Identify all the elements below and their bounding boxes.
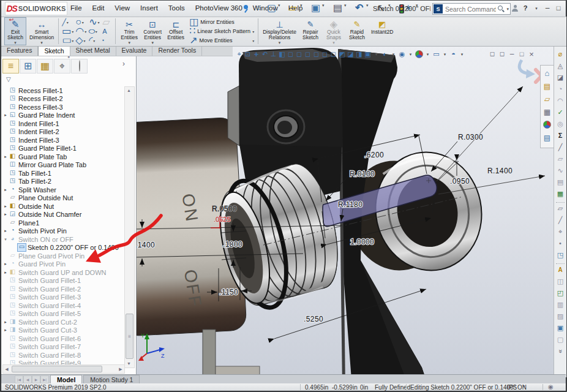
pan-button[interactable] (252, 49, 260, 59)
menu-item[interactable]: View (115, 4, 130, 12)
edit-component-button[interactable] (555, 249, 566, 261)
view-left-button[interactable] (304, 49, 312, 59)
move-entities-button[interactable]: Move Entities (189, 36, 254, 45)
search-caret[interactable] (506, 7, 509, 11)
search-provider-icon[interactable]: S (434, 4, 443, 13)
curvature-button[interactable] (555, 95, 566, 107)
dimension-r0100[interactable]: R.0100 (350, 170, 375, 178)
reference-plane-button[interactable] (555, 203, 566, 214)
tree-item[interactable]: Plane1 (2, 219, 122, 227)
design-library-tab[interactable] (541, 80, 553, 92)
sketch-fillet-tool[interactable] (89, 36, 102, 45)
displaymanager-tab[interactable] (71, 59, 88, 74)
tree-item[interactable]: Tab Fillet-1 (2, 169, 122, 178)
rapid-sketch-button[interactable]: Rapid Sketch (346, 17, 368, 45)
polygon-tool[interactable] (75, 36, 89, 45)
ribbon-tab[interactable]: Evaluate (116, 46, 153, 56)
pin-menu-icon[interactable] (242, 4, 250, 13)
menu-item[interactable]: Insert (140, 4, 158, 12)
compare-documents-button[interactable] (555, 311, 566, 322)
text-tool[interactable] (102, 27, 112, 36)
home-button[interactable] (256, 3, 266, 14)
bottom-tab[interactable]: Motion Study 1 (83, 375, 140, 384)
menu-item[interactable]: PhotoView 360 (195, 4, 242, 12)
print-caret[interactable] (344, 3, 355, 14)
exit-sketch-button[interactable]: Exit Sketch (4, 17, 26, 45)
zoom-to-area-button[interactable] (244, 49, 252, 59)
tree-item[interactable]: Outside Nut (2, 202, 122, 211)
expand-arrow-icon[interactable] (2, 262, 9, 266)
flyout-caret[interactable] (84, 29, 86, 34)
featuremanager-tab[interactable] (2, 59, 19, 74)
tree-item[interactable]: Switch Guard Fillet-2 (2, 285, 122, 293)
dimension-6200[interactable]: .6200 (364, 151, 384, 159)
status-globe-icon[interactable] (548, 384, 567, 390)
undo-button[interactable] (355, 3, 366, 14)
expand-arrow-icon[interactable] (2, 154, 9, 159)
tree-vertical-scrollbar[interactable]: ▲ ≡ ▼ (124, 86, 135, 368)
check-entity-button[interactable] (555, 107, 566, 118)
rectangle-tool[interactable] (62, 27, 75, 36)
dimension-0950[interactable]: .0950 (450, 177, 470, 186)
flyout-caret[interactable] (252, 29, 254, 34)
custom-properties-tab[interactable] (541, 131, 553, 144)
coordinate-system-button[interactable] (555, 226, 566, 238)
tree-item[interactable]: Switch Guard Fillet-5 (2, 310, 122, 318)
offset-entities-button[interactable]: Offset Entities (165, 17, 187, 45)
open-button[interactable] (289, 3, 299, 14)
dimension-r0500[interactable]: R.0500 (212, 205, 237, 213)
view-dimetric-button[interactable] (355, 49, 363, 59)
instant2d-button[interactable]: Instant2D (369, 17, 395, 45)
copy-settings-button[interactable] (555, 176, 566, 188)
minimize-button[interactable] (543, 3, 552, 13)
tree-item[interactable]: Guard Pivot Pin (2, 260, 122, 269)
tree-item[interactable]: Guard Plate Fillet-1 (2, 145, 122, 153)
add-drawing-view-button[interactable] (555, 299, 566, 311)
file-explorer-tab[interactable] (541, 92, 553, 105)
mass-properties-button[interactable] (555, 60, 566, 72)
flyout-caret[interactable] (82, 20, 84, 24)
view-front-button[interactable] (287, 49, 295, 59)
ribbon-tab[interactable]: Render Tools (152, 46, 202, 56)
scroll-right-arrow[interactable]: ▶ (117, 367, 124, 372)
minimize-document-button[interactable] (508, 50, 516, 58)
flyout-caret[interactable] (67, 20, 69, 24)
dimension-5250[interactable]: .5250 (304, 315, 323, 323)
expand-arrow-icon[interactable] (2, 187, 9, 192)
performance-evaluation-button[interactable] (555, 83, 566, 95)
units-caret-icon[interactable]: ▾ (523, 384, 525, 389)
appearances-scenes-tab[interactable] (541, 118, 553, 131)
flyout-caret[interactable] (40, 40, 43, 45)
tree-item[interactable]: Recess Fillet-1 (2, 86, 122, 95)
expand-arrow-icon[interactable] (2, 228, 9, 233)
ribbon-tab[interactable]: Features (1, 46, 38, 56)
tree-item[interactable]: Tab Fillet-2 (2, 178, 122, 186)
tree-item[interactable]: Plane Outside Nut (2, 194, 122, 203)
mirror-entities-button[interactable]: Mirror Entities (189, 18, 254, 27)
flyout-caret[interactable] (72, 39, 73, 43)
display-style-caret[interactable] (389, 49, 397, 59)
dimension-1800[interactable]: .1800 (223, 240, 242, 249)
view-palette-tab[interactable] (541, 105, 553, 118)
maximize-button[interactable] (554, 3, 563, 13)
scroll-up-arrow[interactable]: ▲ (125, 87, 133, 94)
flyout-caret[interactable] (83, 39, 85, 43)
trim-entities-button[interactable]: Trim Entities (118, 17, 140, 45)
design-table-button[interactable] (555, 188, 566, 200)
normal-to-button[interactable] (269, 49, 277, 59)
flyout-caret[interactable] (151, 40, 154, 45)
slot-tool[interactable] (62, 36, 75, 45)
tab-nav-arrow[interactable]: ◀ (23, 375, 32, 383)
tree-item[interactable]: Split Washer (2, 186, 122, 194)
tree-item[interactable]: Switch Guard Fillet-4 (2, 301, 122, 310)
scroll-down-arrow[interactable]: ▼ (125, 360, 133, 368)
menu-item[interactable]: Tools (168, 4, 185, 12)
dimension-r0300[interactable]: R.0300 (458, 133, 483, 141)
cascade-windows-button[interactable] (489, 50, 496, 58)
scrollbar-thumb[interactable] (12, 366, 102, 372)
reference-point-button[interactable] (555, 238, 566, 249)
display-style-button[interactable] (381, 49, 389, 59)
new-document-caret[interactable] (278, 3, 288, 14)
repair-sketch-button[interactable]: Repair Sketch (299, 17, 321, 45)
expand-arrow-icon[interactable] (2, 113, 9, 118)
